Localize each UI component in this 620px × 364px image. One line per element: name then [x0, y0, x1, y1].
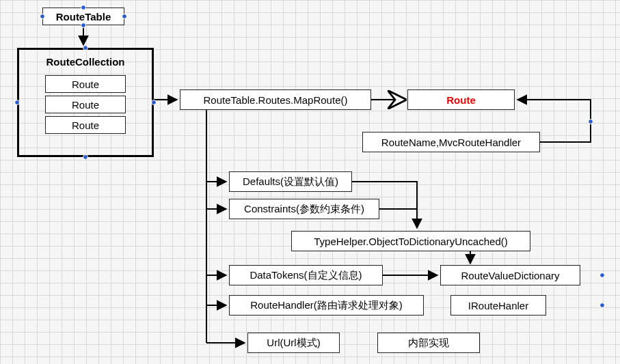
- route-item-2: Route: [45, 96, 126, 113]
- handle-dot: [600, 273, 604, 277]
- typehelper-box: TypeHelper.ObjectToDictionaryUncached(): [291, 231, 530, 251]
- iroutehandler-box: IRouteHanler: [450, 295, 546, 316]
- route-item-1: Route: [45, 75, 126, 93]
- inner-box: 内部实现: [377, 333, 480, 353]
- handle-dot: [40, 14, 44, 18]
- handle-dot: [83, 46, 87, 50]
- handle-dot: [122, 14, 126, 18]
- routevaluedictionary-box: RouteValueDictionary: [440, 265, 580, 285]
- url-box: Url(Url模式): [247, 333, 340, 353]
- handle-dot: [600, 303, 604, 307]
- handle-dot: [81, 23, 85, 27]
- route-meta-box: RouteName,MvcRouteHandler: [362, 132, 540, 152]
- route-item-3: Route: [45, 116, 126, 134]
- handle-dot: [81, 5, 85, 10]
- handle-dot: [15, 100, 19, 104]
- handle-dot: [83, 155, 87, 159]
- datatokens-box: DataTokens(自定义信息): [229, 265, 383, 285]
- maproute-box: RouteTable.Routes.MapRoute(): [180, 89, 371, 110]
- route-main-box: Route: [407, 89, 515, 110]
- handle-dot: [589, 120, 593, 124]
- routecollection-label: RouteCollection: [34, 55, 137, 69]
- constraints-box: Constraints(参数约束条件): [229, 199, 379, 219]
- routehandler-box: RouteHandler(路由请求处理对象): [229, 295, 424, 316]
- defaults-box: Defaults(设置默认值): [229, 171, 352, 192]
- handle-dot: [152, 100, 156, 104]
